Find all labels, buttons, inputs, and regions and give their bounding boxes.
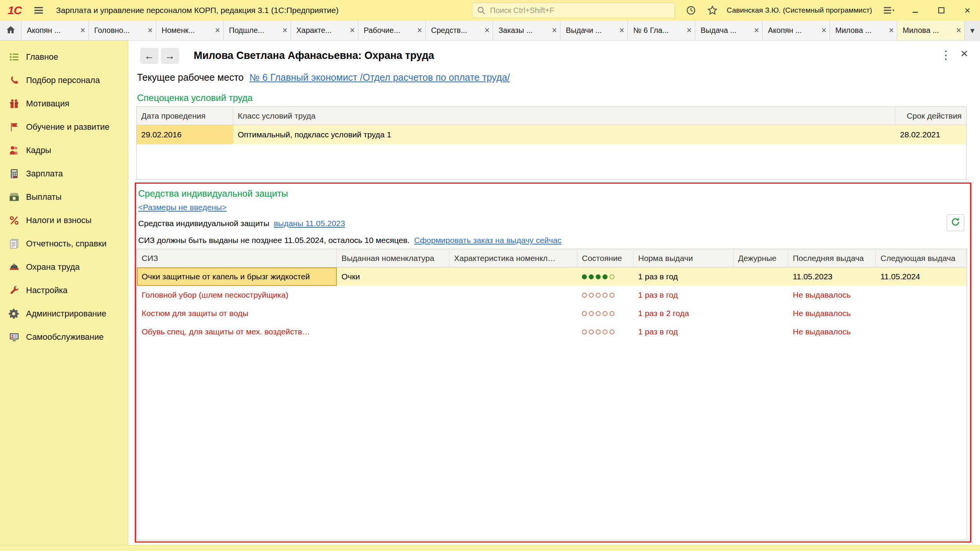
- cell-state[interactable]: [577, 323, 634, 341]
- cell-date[interactable]: 29.02.2016: [137, 125, 233, 144]
- cell-last-issue[interactable]: Не выдавалось: [788, 304, 876, 323]
- search-input[interactable]: [489, 6, 671, 15]
- cell-next-issue[interactable]: [876, 304, 967, 323]
- form-close-button[interactable]: ×: [957, 46, 971, 61]
- tab-4[interactable]: Подшле...×: [224, 21, 291, 40]
- more-menu-button[interactable]: ⋮: [939, 48, 953, 62]
- tab-close-icon[interactable]: ×: [619, 26, 624, 35]
- window-maximize-button[interactable]: [936, 5, 947, 16]
- tab-3[interactable]: Номенк...×: [156, 21, 224, 40]
- tab-14[interactable]: Милова ...×: [897, 21, 965, 40]
- current-user[interactable]: Савинская З.Ю. (Системный программист): [727, 6, 872, 15]
- ppe-row-2[interactable]: Головной убор (шлем пескоструйщика)1 раз…: [137, 286, 967, 304]
- tab-11[interactable]: Выдача ...×: [695, 21, 763, 40]
- refresh-button[interactable]: [947, 214, 964, 231]
- sidebar-item-1[interactable]: Главное: [0, 45, 128, 68]
- history-icon[interactable]: [685, 5, 697, 16]
- cell-expires[interactable]: 28.02.2021: [895, 125, 966, 144]
- tab-9[interactable]: Выдачи ...×: [560, 21, 628, 40]
- tab-6[interactable]: Рабочие...×: [358, 21, 426, 40]
- global-search[interactable]: [472, 3, 675, 18]
- cell-duty[interactable]: [733, 323, 788, 341]
- service-menu-icon[interactable]: [883, 5, 895, 16]
- tab-7[interactable]: Средств...×: [426, 21, 493, 40]
- sidebar-item-13[interactable]: Самообслуживание: [0, 325, 128, 349]
- tab-close-icon[interactable]: ×: [215, 26, 220, 35]
- cell-characteristic[interactable]: [449, 304, 577, 323]
- cell-state[interactable]: [577, 267, 634, 286]
- sidebar-item-9[interactable]: Отчетность, справки: [0, 232, 128, 255]
- sidebar-item-6[interactable]: Зарплата: [0, 162, 128, 185]
- ppe-row-4[interactable]: Обувь спец. для защиты от мех. воздейств…: [137, 323, 967, 341]
- cell-last-issue[interactable]: 11.05.2023: [788, 267, 876, 286]
- sidebar-item-11[interactable]: Настройка: [0, 279, 128, 302]
- forward-button[interactable]: →: [161, 48, 179, 64]
- tab-10[interactable]: № 6 Гла...×: [628, 21, 695, 40]
- tab-13[interactable]: Милова ...×: [830, 21, 897, 40]
- tab-close-icon[interactable]: ×: [417, 26, 422, 35]
- cell-nomenclature[interactable]: [337, 304, 449, 323]
- sidebar-item-12[interactable]: Администрирование: [0, 302, 128, 325]
- tab-close-icon[interactable]: ×: [754, 26, 759, 35]
- create-order-link[interactable]: Сформировать заказ на выдачу сейчас: [414, 236, 562, 245]
- cell-next-issue[interactable]: [876, 323, 967, 341]
- sidebar-item-2[interactable]: Подбор персонала: [0, 68, 128, 92]
- favorites-icon[interactable]: [707, 5, 718, 16]
- cell-norm[interactable]: 1 раз в год: [634, 267, 733, 286]
- tab-5[interactable]: Характе...×: [291, 21, 358, 40]
- cell-nomenclature[interactable]: Очки: [337, 267, 449, 286]
- cell-duty[interactable]: [733, 286, 788, 304]
- sidebar-item-5[interactable]: Кадры: [0, 139, 128, 162]
- tab-close-icon[interactable]: ×: [350, 26, 355, 35]
- tab-close-icon[interactable]: ×: [956, 26, 961, 35]
- workplace-link[interactable]: № 6 Главный экономист /Отдел расчетов по…: [249, 72, 510, 83]
- cell-norm[interactable]: 1 раз в год: [634, 323, 733, 341]
- tab-close-icon[interactable]: ×: [80, 26, 85, 35]
- ppe-row-3[interactable]: Костюм для защиты от воды1 раз в 2 годаН…: [137, 304, 967, 323]
- home-tab[interactable]: [0, 21, 21, 40]
- sidebar-item-3[interactable]: Мотивация: [0, 92, 128, 115]
- tab-close-icon[interactable]: ×: [148, 26, 153, 35]
- tab-2[interactable]: Головно...×: [89, 21, 156, 40]
- issued-date-link[interactable]: выданы 11.05.2023: [274, 219, 345, 228]
- tab-12[interactable]: Акопян ...×: [763, 21, 830, 40]
- back-button[interactable]: ←: [140, 48, 158, 64]
- tab-close-icon[interactable]: ×: [822, 26, 826, 35]
- cell-duty[interactable]: [733, 304, 788, 323]
- window-close-button[interactable]: ×: [962, 5, 973, 16]
- cell-last-issue[interactable]: Не выдавалось: [788, 323, 876, 341]
- cell-class[interactable]: Оптимальный, подкласс условий труда 1: [233, 125, 895, 144]
- cell-nomenclature[interactable]: [337, 323, 449, 341]
- cell-last-issue[interactable]: Не выдавалось: [788, 286, 876, 304]
- cell-duty[interactable]: [733, 267, 788, 286]
- cell-nomenclature[interactable]: [337, 286, 449, 304]
- tab-8[interactable]: Заказы ...×: [493, 21, 560, 40]
- tab-close-icon[interactable]: ×: [485, 26, 490, 35]
- window-minimize-button[interactable]: [910, 5, 921, 16]
- tab-overflow-button[interactable]: ▾: [965, 21, 980, 40]
- cell-next-issue[interactable]: 11.05.2024: [876, 267, 967, 286]
- cell-characteristic[interactable]: [449, 323, 577, 341]
- sidebar-item-10[interactable]: Охрана труда: [0, 255, 128, 279]
- cell-characteristic[interactable]: [449, 286, 577, 304]
- tab-close-icon[interactable]: ×: [889, 26, 894, 35]
- tab-close-icon[interactable]: ×: [283, 26, 287, 35]
- cell-norm[interactable]: 1 раз в год: [634, 286, 733, 304]
- sidebar-item-4[interactable]: Обучение и развитие: [0, 115, 128, 139]
- cell-state[interactable]: [577, 304, 634, 323]
- cell-siz[interactable]: Очки защитные от капель и брызг жидкосте…: [137, 267, 337, 286]
- cell-norm[interactable]: 1 раз в 2 года: [634, 304, 733, 323]
- sidebar-item-7[interactable]: Выплаты: [0, 185, 128, 209]
- tab-close-icon[interactable]: ×: [552, 26, 557, 35]
- tab-1[interactable]: Акопян ...×: [21, 21, 89, 40]
- tab-close-icon[interactable]: ×: [687, 26, 692, 35]
- sidebar-item-8[interactable]: Налоги и взносы: [0, 209, 128, 232]
- sizes-link[interactable]: <Размеры не введены>: [138, 203, 227, 212]
- cell-state[interactable]: [577, 286, 634, 304]
- ppe-row-1[interactable]: Очки защитные от капель и брызг жидкосте…: [137, 267, 967, 286]
- cell-next-issue[interactable]: [876, 286, 967, 304]
- main-menu-icon[interactable]: [33, 5, 44, 16]
- assessment-row[interactable]: 29.02.2016Оптимальный, подкласс условий …: [137, 125, 966, 144]
- cell-siz[interactable]: Обувь спец. для защиты от мех. воздейств…: [137, 323, 337, 341]
- cell-siz[interactable]: Костюм для защиты от воды: [137, 304, 337, 323]
